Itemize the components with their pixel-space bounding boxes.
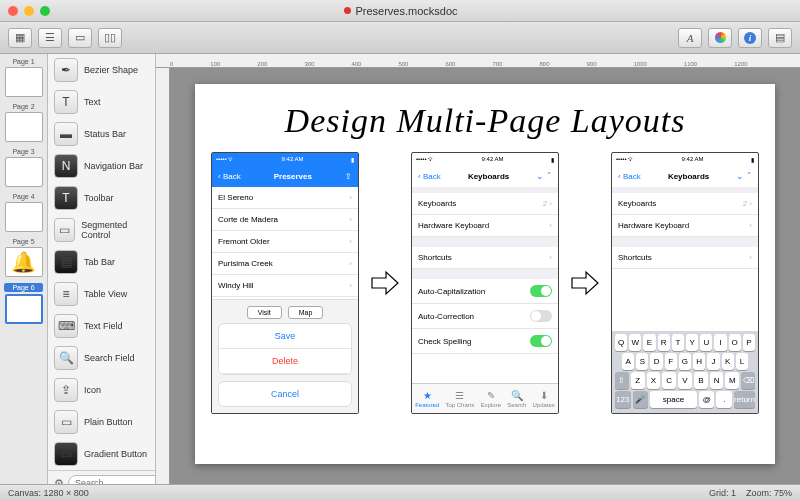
shape-item[interactable]: ≡Table View	[48, 278, 155, 310]
info-icon: i	[744, 32, 756, 44]
arrow-icon	[570, 268, 600, 298]
shape-item[interactable]: ⌨Text Field	[48, 310, 155, 342]
page-thumbnails: Page 1Page 2Page 3Page 4Page 5🔔Page 6	[0, 54, 48, 484]
status-zoom[interactable]: Zoom: 75%	[746, 488, 792, 498]
status-canvas-size: Canvas: 1280 × 800	[8, 488, 89, 498]
mockup-phone-2: ••••• ᯤ9:42 AM▮‹ BackKeyboards⌄ ˄Keyboar…	[411, 152, 559, 414]
page-thumb[interactable]: Page 5🔔	[4, 238, 43, 277]
vertical-ruler	[156, 68, 170, 484]
toolbar-inspector-button[interactable]: ▤	[768, 28, 792, 48]
shape-item[interactable]: NNavigation Bar	[48, 150, 155, 182]
shape-item[interactable]: TText	[48, 86, 155, 118]
arrow-icon	[370, 268, 400, 298]
palette-icon	[715, 32, 726, 43]
page-thumb[interactable]: Page 6	[4, 283, 43, 324]
window-controls[interactable]	[8, 6, 50, 16]
status-grid: Grid: 1	[709, 488, 736, 498]
toolbar-toggle-button[interactable]: ☰	[38, 28, 62, 48]
page-thumb[interactable]: Page 4	[4, 193, 43, 232]
shape-item[interactable]: ▬Status Bar	[48, 118, 155, 150]
close-icon[interactable]	[8, 6, 18, 16]
toolbar-chart-button[interactable]: ▯▯	[98, 28, 122, 48]
zoom-icon[interactable]	[40, 6, 50, 16]
mockup-phone-1: ••••• ᯤ9:42 AM▮‹ BackPreserves⇪El Sereno…	[211, 152, 359, 414]
page-thumb[interactable]: Page 3	[4, 148, 43, 187]
toolbar-font-button[interactable]: A	[678, 28, 702, 48]
window-title: Preserves.mocksdoc	[50, 5, 752, 17]
page-thumb[interactable]: Page 2	[4, 103, 43, 142]
shape-item[interactable]: ▭Gradient Button	[48, 438, 155, 470]
shape-item[interactable]: ▭Segmented Control	[48, 214, 155, 246]
shape-item[interactable]: ▤Tab Bar	[48, 246, 155, 278]
gear-icon[interactable]: ⚙	[54, 477, 64, 485]
shape-item[interactable]: ⇪Icon	[48, 374, 155, 406]
headline-text: Design Multi-Page Layouts	[211, 102, 759, 140]
horizontal-ruler: 0100200300400500600700800900100011001200	[156, 54, 800, 68]
shape-item[interactable]: 🔍Search Field	[48, 342, 155, 374]
page-canvas: Design Multi-Page Layouts ••••• ᯤ9:42 AM…	[195, 84, 775, 464]
toolbar-align-button[interactable]: ▭	[68, 28, 92, 48]
toolbar-info-button[interactable]: i	[738, 28, 762, 48]
toolbar-color-button[interactable]	[708, 28, 732, 48]
shape-item[interactable]: ✒Bezier Shape	[48, 54, 155, 86]
page-thumb[interactable]: Page 1	[4, 58, 43, 97]
search-input[interactable]	[68, 475, 156, 484]
canvas-artboard[interactable]: Design Multi-Page Layouts ••••• ᯤ9:42 AM…	[170, 68, 800, 484]
shape-item[interactable]: TToolbar	[48, 182, 155, 214]
window-title-text: Preserves.mocksdoc	[355, 5, 457, 17]
document-modified-icon	[344, 7, 351, 14]
toolbar-pages-button[interactable]: ▦	[8, 28, 32, 48]
minimize-icon[interactable]	[24, 6, 34, 16]
mockup-phone-3: ••••• ᯤ9:42 AM▮‹ BackKeyboards⌄ ˄Keyboar…	[611, 152, 759, 414]
shape-library: ✒Bezier ShapeTText▬Status BarNNavigation…	[48, 54, 156, 484]
shape-item[interactable]: ▭Plain Button	[48, 406, 155, 438]
